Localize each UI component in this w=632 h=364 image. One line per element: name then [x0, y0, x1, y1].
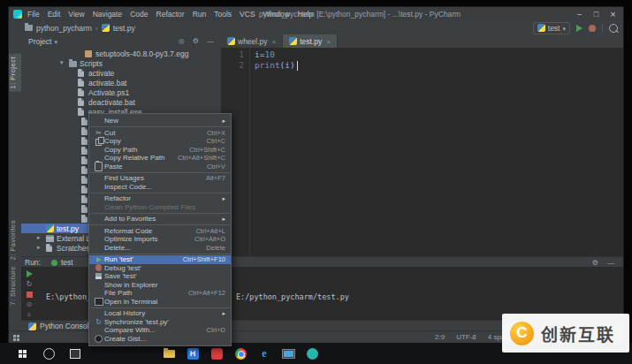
hide-panel-icon[interactable]: —	[607, 259, 614, 267]
code-editor[interactable]: 1 i=10 2 print(i) S 英	[221, 48, 623, 256]
internet-explorer-icon[interactable]: e	[253, 343, 276, 364]
stop-button[interactable]	[27, 292, 33, 298]
menu-item-refactor[interactable]: Refactor	[89, 194, 231, 203]
context-menu: New CutCtrl+X CopyCtrl+C Copy PathCtrl+S…	[88, 113, 232, 346]
menu-item-copy-path[interactable]: Copy PathCtrl+Shift+C	[89, 146, 231, 155]
menu-item-debug-test[interactable]: Debug 'test'	[89, 264, 231, 273]
chevron-right-icon[interactable]	[37, 244, 41, 251]
save-icon	[95, 273, 102, 279]
teal-app-icon[interactable]	[301, 343, 324, 364]
code-line[interactable]: 1 i=10	[221, 49, 623, 60]
menu-item-synchronize-test-py[interactable]: Synchronize 'test.py'	[89, 318, 231, 327]
maximize-button[interactable]	[588, 7, 605, 20]
menu-item-paste[interactable]: PasteCtrl+V	[89, 163, 231, 171]
menu-item-copy[interactable]: CopyCtrl+C	[89, 137, 231, 146]
menu-vcs[interactable]: VCS	[240, 10, 255, 19]
tab-wheel-py[interactable]: wheel.py	[221, 34, 283, 48]
caret-position[interactable]: 2:9	[435, 333, 445, 341]
hide-panel-icon[interactable]: —	[207, 37, 214, 45]
menu-item-new[interactable]: New	[89, 117, 231, 125]
search-everywhere-icon[interactable]	[609, 24, 618, 33]
menu-navigate[interactable]: Navigate	[93, 10, 123, 19]
tree-item-activate-bat[interactable]: activate.bat	[21, 78, 221, 87]
tree-item-setuptools-egg[interactable]: setuptools-40.8.0-py3.7.egg	[21, 49, 221, 58]
breadcrumb-project[interactable]: python_pycharm	[36, 24, 92, 33]
window-controls	[571, 7, 621, 20]
run-button[interactable]	[576, 25, 583, 32]
menu-item-open-in-terminal[interactable]: Open in Terminal	[89, 298, 231, 307]
gear-icon[interactable]: ⚙	[193, 37, 199, 45]
file-icon	[78, 108, 84, 116]
monitor-app-icon[interactable]	[277, 343, 300, 364]
chevron-down-icon[interactable]	[51, 37, 57, 46]
start-button[interactable]	[11, 343, 34, 364]
tab-test-py[interactable]: test.py	[283, 34, 338, 48]
project-panel-title[interactable]: Project	[28, 37, 51, 46]
tool-button-favorites[interactable]: 2: Favorites	[9, 220, 21, 260]
menu-item-file-path[interactable]: File PathCtrl+Alt+F12	[89, 289, 231, 298]
menu-item-show-in-explorer[interactable]: Show in Explorer	[89, 281, 231, 290]
text-caret	[297, 61, 298, 71]
menu-view[interactable]: View	[68, 10, 84, 19]
menu-tools[interactable]: Tools	[214, 10, 232, 19]
menu-item-cut[interactable]: CutCtrl+X	[89, 129, 231, 138]
tab-close-icon[interactable]	[324, 37, 331, 46]
menu-file[interactable]: File	[27, 10, 40, 19]
run-config-status-icon	[51, 260, 57, 266]
window-title: python_pycharm [E:\python_pycharm] - ...…	[259, 10, 461, 19]
tool-window-switcher-icon[interactable]	[13, 335, 19, 341]
gear-icon[interactable]: ⚙	[592, 259, 598, 267]
tool-button-project[interactable]: 1: Project	[9, 54, 21, 92]
tool-button-structure[interactable]: 7: Structure	[9, 266, 21, 306]
menu-item-clean-python-compiled-files[interactable]: Clean Python Compiled Files	[89, 203, 231, 212]
tree-item-activate[interactable]: activate	[21, 68, 221, 78]
task-view-icon[interactable]	[64, 343, 87, 364]
menu-item-delete[interactable]: Delete...Delete	[89, 244, 231, 253]
close-button[interactable]	[605, 7, 621, 20]
cortana-icon[interactable]	[37, 343, 60, 364]
toolbar-divider	[602, 24, 603, 33]
settings-icon[interactable]: ≡	[27, 312, 32, 319]
menu-item-add-to-favorites[interactable]: Add to Favorites	[89, 215, 231, 224]
menu-separator	[90, 224, 230, 225]
tab-close-icon[interactable]	[270, 37, 277, 46]
code-line[interactable]: 2 print(i)	[221, 60, 623, 71]
refresh-icon[interactable]: ↻	[27, 281, 33, 288]
menu-refactor[interactable]: Refactor	[156, 10, 185, 19]
menu-item-local-history[interactable]: Local History	[89, 309, 231, 318]
menu-item-copy-relative-path[interactable]: Copy Relative PathCtrl+Alt+Shift+C	[89, 154, 231, 163]
run-config-selector[interactable]: test	[533, 22, 570, 34]
mute-icon[interactable]: ⊘	[27, 301, 33, 308]
debug-button[interactable]	[589, 25, 596, 32]
file-encoding[interactable]: UTF-8	[456, 333, 476, 341]
menu-item-save-test[interactable]: Save 'test'	[89, 272, 231, 281]
chevron-right-icon[interactable]	[37, 234, 41, 241]
minimize-button[interactable]	[571, 7, 588, 20]
desktop: File Edit View Navigate Code Refactor Ru…	[0, 0, 632, 364]
menu-item-reformat-code[interactable]: Reformat CodeCtrl+Alt+L	[89, 227, 231, 236]
menu-code[interactable]: Code	[130, 10, 148, 19]
breadcrumb-file[interactable]: test.py	[113, 24, 135, 33]
menu-item-compare-with[interactable]: Compare With...Ctrl+D	[89, 326, 231, 335]
tree-item-activate-ps1[interactable]: Activate.ps1	[21, 87, 221, 97]
tree-item-scripts[interactable]: Scripts	[21, 58, 221, 68]
rerun-button[interactable]	[27, 270, 33, 277]
menu-item-inspect-code[interactable]: Inspect Code...	[89, 183, 231, 192]
menu-edit[interactable]: Edit	[48, 10, 61, 19]
menu-item-create-gist[interactable]: Create Gist...	[89, 335, 231, 344]
chevron-down-icon	[562, 24, 566, 33]
menu-separator	[90, 307, 230, 308]
menu-run[interactable]: Run	[193, 10, 207, 19]
locate-file-icon[interactable]: ◎	[179, 37, 185, 45]
watermark: C 创新互联	[502, 314, 629, 353]
chrome-icon[interactable]	[229, 343, 252, 364]
menu-item-optimize-imports[interactable]: Optimize ImportsCtrl+Alt+O	[89, 235, 231, 244]
tree-item-deactivate-bat[interactable]: deactivate.bat	[21, 97, 221, 107]
chevron-down-icon[interactable]	[60, 59, 64, 66]
tool-button-python-console[interactable]: Python Console	[40, 322, 93, 330]
menu-item-run-test[interactable]: Run 'test'Ctrl+Shift+F10	[89, 255, 231, 264]
run-tab-label[interactable]: test	[61, 258, 73, 267]
menu-item-find-usages[interactable]: Find UsagesAlt+F7	[89, 174, 231, 183]
editor-tab-bar: wheel.py test.py	[221, 34, 623, 49]
file-icon	[81, 205, 88, 213]
